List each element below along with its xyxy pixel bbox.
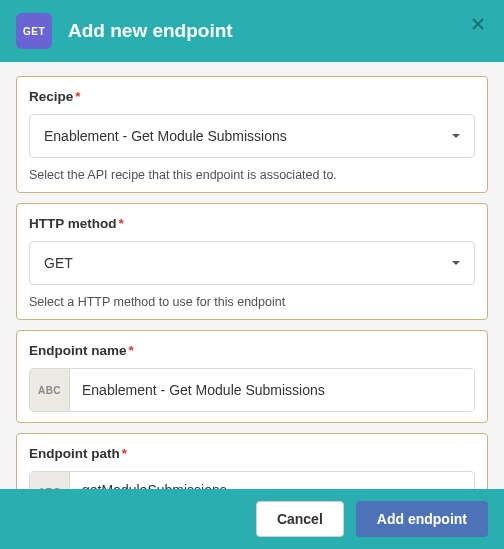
endpoint-path-label: Endpoint path* — [29, 446, 475, 461]
endpoint-name-input[interactable] — [70, 369, 474, 411]
field-http-method: HTTP method* GET Select a HTTP method to… — [16, 203, 488, 320]
http-method-value: GET — [44, 255, 73, 271]
field-recipe: Recipe* Enablement - Get Module Submissi… — [16, 76, 488, 193]
text-type-icon: ABC — [30, 472, 70, 489]
dialog-title: Add new endpoint — [68, 20, 233, 42]
chevron-down-icon — [450, 130, 462, 142]
endpoint-name-input-wrap: ABC — [29, 368, 475, 412]
http-method-label: HTTP method* — [29, 216, 475, 231]
http-method-help: Select a HTTP method to use for this end… — [29, 295, 475, 309]
cancel-button[interactable]: Cancel — [256, 501, 344, 537]
recipe-label: Recipe* — [29, 89, 475, 104]
recipe-select[interactable]: Enablement - Get Module Submissions — [29, 114, 475, 158]
recipe-select-value: Enablement - Get Module Submissions — [44, 128, 287, 144]
field-endpoint-path: Endpoint path* ABC Define a path for thi… — [16, 433, 488, 489]
http-method-select[interactable]: GET — [29, 241, 475, 285]
dialog-body: Recipe* Enablement - Get Module Submissi… — [0, 62, 504, 489]
chevron-down-icon — [450, 257, 462, 269]
endpoint-name-label: Endpoint name* — [29, 343, 475, 358]
field-endpoint-name: Endpoint name* ABC — [16, 330, 488, 423]
endpoint-path-input[interactable] — [70, 472, 462, 489]
add-endpoint-button[interactable]: Add endpoint — [356, 501, 488, 537]
dialog-footer: Cancel Add endpoint — [0, 489, 504, 549]
recipe-help: Select the API recipe that this endpoint… — [29, 168, 475, 182]
method-badge: GET — [16, 13, 52, 49]
dialog-header: GET Add new endpoint — [0, 0, 504, 62]
endpoint-path-input-wrap: ABC — [29, 471, 475, 489]
close-icon[interactable] — [470, 16, 488, 34]
text-type-icon: ABC — [30, 369, 70, 411]
